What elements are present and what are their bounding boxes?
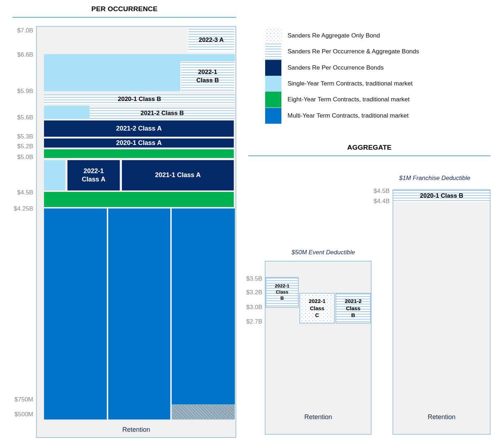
layer-2021-2-class-b: 2021-2 Class B [89,108,235,119]
axis-label-6-6b: $6.6B [1,51,33,59]
axis-label-5-3b: $5.3B [1,133,33,141]
axis-label-750m: $750M [1,396,33,404]
legend-label: Multi-Year Term Contracts, traditional m… [288,112,408,119]
legend-item-single-year-term-contracts-traditional-market: Single-Year Term Contracts, traditional … [265,76,413,92]
layer-2022-1-class-c: 2022-1 Class C [299,293,335,324]
axis-label-5-6b: $5.6B [1,114,33,122]
layer-blue [44,208,107,420]
legend-swatch-green-icon [265,92,281,107]
layer-2022-1-class-b: 2022-1 Class B [266,277,299,308]
aggregate-rule [248,155,491,156]
axis-label-5-2b: $5.2B [1,142,33,150]
layer-2020-1-class-b: 2020-1 Class B [393,190,490,202]
legend-swatch-dotted-icon [265,28,281,44]
legend-label: Single-Year Term Contracts, traditional … [288,80,413,87]
layer-2020-1-class-a: 2020-1 Class A [44,139,234,148]
layer-2021-2-class-b: 2021-2 Class B [335,293,371,324]
layer-2021-1-class-a: 2021-1 Class A [122,160,234,190]
legend-swatch-striped-icon [265,44,281,60]
axis-label-3-5b: $3.5B [230,275,262,283]
axis-label-3-2b: $3.2B [230,289,262,297]
layer-green [44,192,234,207]
layer-2022-1-class-a: 2022-1 Class A [67,160,120,190]
axis-label-4-5b: $4.5B [357,187,390,195]
retention-label-event-deductible: Retention [265,413,372,421]
aggregate-title: AGGREGATE [248,144,491,151]
axis-label-5-9b: $5.9B [1,87,33,95]
per-occurrence-rule [13,17,236,18]
legend-label: Sanders Re Per Occurrence & Aggregate Bo… [288,48,419,55]
legend-item-eight-year-term-contracts-traditional-market: Eight-Year Term Contracts, traditional m… [265,92,409,107]
legend-label: Sanders Re Per Occurrence Bonds [288,64,383,71]
tower-title-event-deductible: $50M Event Deductible [269,249,377,256]
retention-label-franchise-deductible: Retention [392,413,491,421]
legend-swatch-blue-icon [265,108,281,124]
axis-label-2-7b: $2.7B [230,318,262,326]
layer-2022-1-class-b: 2022-1 Class B [180,61,235,91]
legend-label: Eight-Year Term Contracts, traditional m… [288,96,409,103]
legend-item-sanders-re-aggregate-only-bond: Sanders Re Aggregate Only Bond [265,28,380,44]
axis-label-7-0b: $7.0B [1,27,33,35]
axis-label-4-5b: $4.5B [1,189,33,197]
layer-blue [172,208,235,420]
layer-hatch [172,404,235,420]
per-occurrence-header: PER OCCURRENCE [13,5,236,19]
legend-swatch-lightblue-icon [265,76,281,92]
layer-lightblue [44,160,65,190]
layer-blue [108,208,170,420]
legend-item-sanders-re-per-occurrence-aggregate-bonds: Sanders Re Per Occurrence & Aggregate Bo… [265,44,419,60]
legend-item-multi-year-term-contracts-traditional-market: Multi-Year Term Contracts, traditional m… [265,108,408,124]
tower-frame-franchise-deductible [392,189,491,435]
aggregate-header: AGGREGATE [248,144,491,158]
legend-label: Sanders Re Aggregate Only Bond [288,32,380,39]
axis-label-4-4b: $4.4B [357,197,390,205]
legend-item-sanders-re-per-occurrence-bonds: Sanders Re Per Occurrence Bonds [265,60,383,76]
layer-2020-1-class-b: 2020-1 Class B [44,95,235,104]
layer-2021-2-class-a: 2021-2 Class A [44,120,234,137]
axis-label-500m: $500M [1,410,33,418]
legend-swatch-navy-icon [265,60,281,76]
chart-canvas: PER OCCURRENCE AGGREGATE $7.0B$6.6B$5.9B… [0,0,500,448]
retention-label-per-occurrence: Retention [36,426,236,434]
per-occurrence-title: PER OCCURRENCE [13,5,236,13]
axis-label-3-0b: $3.0B [230,303,262,311]
layer-lightblue [44,106,89,119]
tower-title-franchise-deductible: $1M Franchise Deductible [381,175,489,182]
axis-label-5-0b: $5.0B [1,153,33,161]
layer-2022-3-a: 2022-3 A [188,28,235,52]
axis-label-4-25b: $4.25B [1,205,33,213]
layer-green [44,149,234,158]
